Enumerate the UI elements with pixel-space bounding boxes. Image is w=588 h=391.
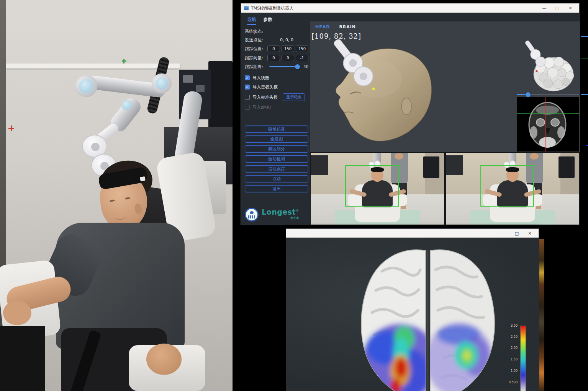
longest-logo: Longest® 龙之杰 xyxy=(262,208,299,221)
cam-window-rect xyxy=(311,155,328,175)
university-seal-logo xyxy=(245,208,259,222)
brand-area: Longest® 龙之杰 xyxy=(245,208,299,222)
colorbar-gradient xyxy=(520,326,526,391)
colorbar-tick: 2.00 xyxy=(504,346,518,350)
import-patient-head-label: 导入患者头模 xyxy=(252,84,278,90)
track-distance-label: 跟踪距离: xyxy=(245,64,269,70)
brain-3d-view[interactable] xyxy=(517,33,579,94)
app-icon xyxy=(244,6,249,10)
heatmap-window: — □ ✕ xyxy=(286,228,539,391)
cam-operator-head xyxy=(395,153,403,160)
colorbar-tick: 2.50 xyxy=(504,335,518,339)
tab-navigation[interactable]: 导航 xyxy=(247,16,256,25)
camera-scene xyxy=(311,153,444,225)
minimize-button[interactable]: — xyxy=(498,230,509,237)
track-vector-label: 跟踪向量: xyxy=(245,55,267,61)
system-status-label: 系统状态: xyxy=(245,29,269,34)
brain-region-button[interactable]: 脑区划分 xyxy=(245,145,308,153)
patient-mouth xyxy=(114,217,126,220)
red-cross-marker xyxy=(8,125,14,131)
floor-shadow xyxy=(0,326,45,391)
robot-joint-ring xyxy=(79,79,93,93)
import-standard-head-label: 导入标准头模 xyxy=(252,94,278,100)
robot-joint-ring xyxy=(156,77,168,90)
show-target-button[interactable]: 显示靶点 xyxy=(283,93,305,101)
wall-rail xyxy=(6,64,180,68)
colorbar-tick: 1.50 xyxy=(504,358,518,361)
slider-handle[interactable] xyxy=(526,92,531,97)
colorbar-tick: 1.00 xyxy=(504,369,518,373)
cam-tv xyxy=(423,156,439,178)
control-panel: 导航 参数 系统状态: -- 发送点位: 0, 0, 0 跟踪位置: 0 150 xyxy=(241,13,312,225)
colorbar-tick: 3.00 xyxy=(504,324,518,327)
camera-scene xyxy=(446,153,579,225)
minimize-button[interactable]: — xyxy=(539,4,550,12)
mri-coronal-view[interactable] xyxy=(517,97,579,152)
track-vector-z[interactable]: -1 xyxy=(296,55,308,61)
track-position-label: 跟踪位置: xyxy=(245,46,267,52)
mri-sagittal-view[interactable] xyxy=(581,41,588,93)
track-position-y[interactable]: 150 xyxy=(282,46,294,52)
camera-row xyxy=(310,152,580,225)
coronal-slice-slider[interactable] xyxy=(517,94,579,95)
slider-handle[interactable] xyxy=(295,64,300,69)
green-cross-marker xyxy=(122,59,126,64)
track-distance-slider[interactable] xyxy=(269,66,300,67)
screen-thumb xyxy=(183,75,193,83)
import-smri-checkbox[interactable] xyxy=(245,105,250,110)
colorbar-tick: 0.500 xyxy=(504,381,518,384)
screen-thumb xyxy=(196,85,205,92)
import-coil-checkbox[interactable]: ✓ xyxy=(245,75,250,80)
maximize-button[interactable]: □ xyxy=(511,230,522,237)
tab-parameters[interactable]: 参数 xyxy=(263,16,272,25)
send-point-label: 发送点位: xyxy=(245,37,269,43)
tab-brain[interactable]: BRAIN xyxy=(339,24,356,29)
import-coil-label: 导入线圈 xyxy=(252,75,269,81)
robot-joint-ring xyxy=(122,100,132,110)
magnetic-simulation-button[interactable]: 磁场仿真 xyxy=(245,125,308,133)
cam-tracking-box xyxy=(345,165,398,207)
maximize-button[interactable]: □ xyxy=(552,4,563,12)
auto-detect-button[interactable]: 自动检测 xyxy=(245,155,308,163)
camera-view-left xyxy=(311,153,444,225)
jog-button[interactable]: 点动 xyxy=(245,175,308,182)
window-title: TMS经颅磁刺激机器人 xyxy=(251,5,293,11)
sagittal-slice-slider[interactable] xyxy=(581,36,588,37)
system-status-value: -- xyxy=(280,29,283,34)
start-tracking-button[interactable]: 启动跟踪 xyxy=(245,165,308,173)
cam-window-rect xyxy=(446,155,463,175)
close-button[interactable]: ✕ xyxy=(565,4,576,12)
titlebar: TMS经颅磁刺激机器人 — □ ✕ xyxy=(241,3,579,13)
screen: TMS经颅磁刺激机器人 — □ ✕ 导航 参数 系统状态: -- 发送点位: xyxy=(0,0,588,391)
window-content: 导航 参数 系统状态: -- 发送点位: 0, 0, 0 跟踪位置: 0 150 xyxy=(241,13,580,225)
heatmap-content: 3.00 2.50 2.00 1.50 1.00 0.500 0.00 xyxy=(286,238,539,391)
viewer-panel: HEAD BRAIN [109, 82, 32] xyxy=(310,21,580,152)
clinic-photo xyxy=(0,0,233,391)
send-point-value: 0, 0, 0 xyxy=(280,37,293,42)
head-3d-view[interactable] xyxy=(318,33,448,150)
hologram-button[interactable]: 全息图 xyxy=(245,135,308,143)
import-smri-label: 导入sMRI xyxy=(252,104,271,110)
target-marker-dot xyxy=(372,88,375,90)
track-position-x[interactable]: 0 xyxy=(267,46,280,52)
track-vector-x[interactable]: 0 xyxy=(267,55,280,61)
mri-axial-view[interactable] xyxy=(581,97,588,152)
track-position-z[interactable]: 150 xyxy=(296,46,308,52)
camera-view-right xyxy=(446,153,579,225)
track-distance-value: 40 xyxy=(303,65,308,69)
background-image-strip xyxy=(539,239,544,391)
colorbar: 3.00 2.50 2.00 1.50 1.00 0.500 0.00 xyxy=(503,324,528,391)
close-button[interactable]: ✕ xyxy=(524,230,536,237)
tab-head[interactable]: HEAD xyxy=(315,24,330,29)
import-patient-head-checkbox[interactable]: ✓ xyxy=(245,85,250,90)
axial-slice-slider[interactable] xyxy=(581,94,588,95)
track-vector-y[interactable]: 0 xyxy=(282,55,294,61)
exit-button[interactable]: 退出 xyxy=(245,185,308,192)
cam-tv xyxy=(559,156,575,178)
cam-tracking-box xyxy=(480,165,534,207)
brain-efield-render[interactable] xyxy=(344,244,512,391)
headband-marker xyxy=(140,176,146,181)
patient-left-hand xyxy=(3,301,31,325)
import-standard-head-checkbox[interactable] xyxy=(245,95,250,100)
background-monitor xyxy=(208,61,233,134)
